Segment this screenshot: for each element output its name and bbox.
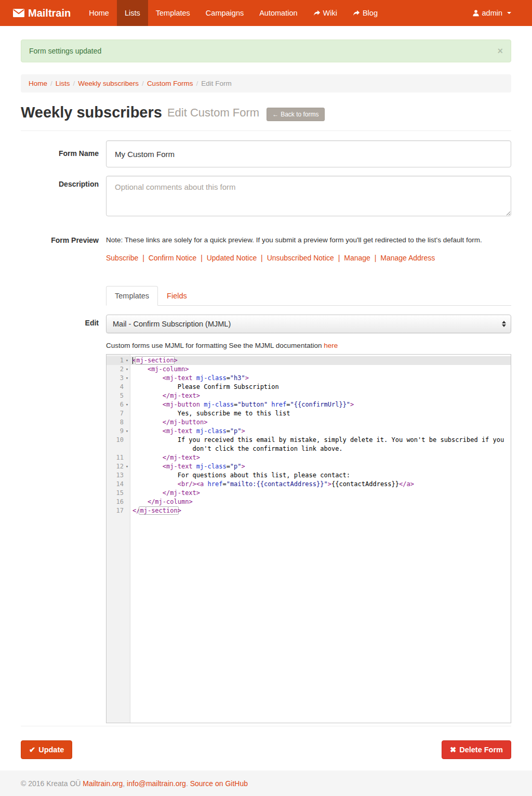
breadcrumb-item-lists[interactable]: Lists [56, 80, 70, 87]
preview-link-separator: | [138, 254, 148, 262]
mjml-help-label: Custom forms use MJML for formatting See… [106, 342, 324, 349]
form-preview-label: Form Preview [21, 231, 99, 262]
tab-fields[interactable]: Fields [158, 286, 196, 306]
chevron-down-icon [507, 12, 511, 14]
share-arrow-icon [313, 10, 321, 17]
nav-item-label: Wiki [323, 9, 337, 17]
editor-line[interactable]: 8 </mj-button> [107, 418, 511, 427]
code-editor[interactable]: 1▾<mj-section>2▾ <mj-column>3▾ <mj-text … [106, 354, 511, 723]
mjml-doc-link[interactable]: here [324, 342, 338, 349]
nav-item-home[interactable]: Home [81, 0, 117, 26]
preview-link-separator: | [257, 254, 267, 262]
x-icon: ✖ [450, 746, 456, 754]
arrow-left-icon: ← [272, 111, 278, 118]
editor-line[interactable]: 3▾ <mj-text mj-class="h3"> [107, 374, 511, 383]
preview-note: Note: These links are solely for a quick… [106, 231, 511, 244]
preview-link-subscribe[interactable]: Subscribe [106, 254, 138, 262]
nav-item-templates[interactable]: Templates [148, 0, 198, 26]
description-textarea[interactable] [106, 176, 511, 216]
editor-line-number: 7 [107, 409, 130, 418]
form-name-input[interactable] [106, 140, 511, 167]
editor-code-text: <br/><a href="mailto:{{contactAddress}}"… [130, 480, 414, 489]
preview-link-unsubscribed-notice[interactable]: Unsubscribed Notice [267, 254, 334, 262]
preview-link-manage[interactable]: Manage [344, 254, 370, 262]
user-menu[interactable]: admin [464, 0, 520, 26]
preview-link-separator: | [370, 254, 380, 262]
select-arrows-icon [502, 321, 506, 327]
actions-row: ✔ Update ✖ Delete Form [21, 740, 511, 759]
nav-item-label: Campaigns [206, 9, 244, 17]
editor-code-text: </mj-column> [130, 498, 193, 506]
breadcrumb-item-weekly-subscribers[interactable]: Weekly subscribers [78, 80, 139, 87]
editor-line[interactable]: 10 If you received this email by mistake… [107, 436, 511, 445]
email-link[interactable]: info@mailtrain.org [127, 779, 186, 788]
nav-item-automation[interactable]: Automation [251, 0, 305, 26]
breadcrumb-item-edit-form: Edit Form [201, 80, 232, 87]
editor-line[interactable]: 2▾ <mj-column> [107, 365, 511, 374]
editor-line[interactable]: 14 <br/><a href="mailto:{{contactAddress… [107, 480, 511, 489]
breadcrumb-separator: / [70, 80, 78, 87]
fold-arrow-icon[interactable]: ▾ [124, 427, 130, 436]
breadcrumb-separator: / [47, 80, 56, 87]
editor-code-text: If you received this email by mistake, s… [130, 436, 504, 445]
editor-line-number: 1▾ [107, 356, 130, 365]
user-label: admin [482, 9, 503, 17]
editor-line[interactable]: 5 </mj-text> [107, 392, 511, 400]
preview-link-updated-notice[interactable]: Updated Notice [207, 254, 257, 262]
close-icon[interactable]: × [497, 47, 503, 55]
mjml-help-text: Custom forms use MJML for formatting See… [106, 342, 511, 349]
editor-line[interactable]: 4 Please Confirm Subscription [107, 383, 511, 392]
delete-form-button[interactable]: ✖ Delete Form [442, 740, 511, 759]
editor-line[interactable]: 13 For questions about this list, please… [107, 471, 511, 480]
nav-items: HomeListsTemplatesCampaignsAutomationWik… [81, 0, 385, 26]
editor-line[interactable]: 17</mj-section> [107, 506, 511, 515]
alert-success: Form settings updated × [21, 40, 511, 62]
fold-arrow-icon[interactable]: ▾ [124, 365, 130, 374]
editor-line-number: 12▾ [107, 462, 130, 471]
edit-label: Edit [21, 315, 99, 333]
form-name-row: Form Name [21, 140, 511, 167]
mailtrain-org-link[interactable]: Mailtrain.org [83, 779, 123, 788]
editor-line[interactable]: 15 </mj-text> [107, 489, 511, 498]
editor-line[interactable]: 11 </mj-text> [107, 453, 511, 462]
editor-line[interactable]: 1▾<mj-section> [107, 356, 511, 365]
fold-arrow-icon[interactable]: ▾ [124, 374, 130, 383]
fold-arrow-icon[interactable]: ▾ [124, 356, 130, 365]
fold-arrow-icon[interactable]: ▾ [124, 400, 130, 409]
mailtrain-logo-icon [13, 9, 24, 17]
breadcrumb-item-custom-forms[interactable]: Custom Forms [147, 80, 193, 87]
preview-link-manage-address[interactable]: Manage Address [380, 254, 435, 262]
editor-code-text: Please Confirm Subscription [130, 383, 279, 392]
nav-item-blog[interactable]: Blog [345, 0, 385, 26]
back-to-forms-button[interactable]: ← Back to forms [267, 108, 324, 121]
brand-label: Mailtrain [28, 7, 71, 19]
nav-item-wiki[interactable]: Wiki [305, 0, 345, 26]
editor-line[interactable]: 12▾ <mj-text mj-class="p"> [107, 462, 511, 471]
editor-code-text: <mj-section> [130, 356, 178, 365]
share-arrow-icon [353, 10, 360, 17]
editor-line[interactable]: 6▾ <mj-button mj-class="button" href="{{… [107, 400, 511, 409]
nav-item-label: Automation [259, 9, 297, 17]
brand[interactable]: Mailtrain [13, 0, 71, 26]
editor-line[interactable]: 7 Yes, subscribe me to this list [107, 409, 511, 418]
preview-link-confirm-notice[interactable]: Confirm Notice [149, 254, 197, 262]
nav-item-lists[interactable]: Lists [117, 0, 148, 26]
template-select[interactable]: Mail - Confirm Subscription (MJML) [106, 315, 511, 333]
editor-line[interactable]: 16 </mj-column> [107, 498, 511, 506]
nav-item-label: Blog [363, 9, 378, 17]
editor-code-text: </mj-text> [130, 453, 200, 462]
github-link[interactable]: Source on GitHub [190, 779, 248, 788]
editor-line-number: 2▾ [107, 365, 130, 374]
breadcrumb-item-home[interactable]: Home [29, 80, 47, 87]
editor-line-number: 17 [107, 506, 130, 515]
nav-item-campaigns[interactable]: Campaigns [198, 0, 251, 26]
update-button[interactable]: ✔ Update [21, 740, 72, 759]
template-select-value: Mail - Confirm Subscription (MJML) [113, 320, 231, 328]
editor-code-text: </mj-text> [130, 489, 200, 498]
navbar: Mailtrain HomeListsTemplatesCampaignsAut… [0, 0, 532, 26]
copyright-text: © 2016 Kreata OÜ [21, 779, 83, 788]
tab-templates[interactable]: Templates [106, 286, 158, 306]
fold-arrow-icon[interactable]: ▾ [124, 462, 130, 471]
editor-line[interactable]: don't click the confirmation link above. [107, 445, 511, 453]
editor-line[interactable]: 9▾ <mj-text mj-class="p"> [107, 427, 511, 436]
